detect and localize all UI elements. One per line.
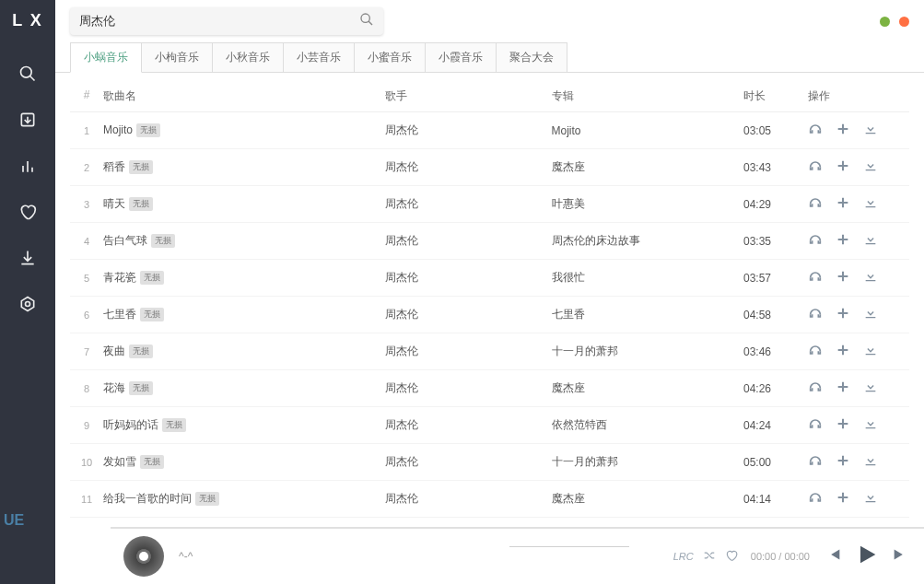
listen-icon[interactable] [808, 306, 823, 323]
window-controls [880, 17, 909, 27]
add-icon[interactable] [836, 490, 850, 508]
table-row[interactable]: 9 听妈妈的话无损 周杰伦 依然范特西 04:24 [70, 407, 909, 444]
table-row[interactable]: 7 夜曲无损 周杰伦 十一月的萧邦 03:46 [70, 333, 909, 370]
settings-nav-icon[interactable] [18, 294, 38, 314]
listen-icon[interactable] [808, 195, 823, 213]
song-album: 叶惠美 [552, 196, 744, 212]
listen-icon[interactable] [808, 232, 823, 250]
listen-icon[interactable] [808, 416, 823, 434]
download-icon[interactable] [863, 453, 878, 471]
table-row[interactable]: 2 稻香无损 周杰伦 魔杰座 03:43 [70, 149, 909, 186]
song-name: 给我一首歌的时间无损 [103, 491, 385, 507]
tab-6[interactable]: 聚合大会 [496, 42, 567, 72]
volume-slider[interactable] [509, 546, 629, 547]
listen-icon[interactable] [808, 490, 823, 508]
quality-badge: 无损 [195, 492, 219, 506]
playback-controls [823, 542, 911, 571]
song-album: 十一月的萧邦 [552, 454, 744, 470]
svg-point-7 [26, 302, 30, 307]
player-mode-icons: LRC [673, 549, 738, 564]
search-input[interactable] [79, 15, 359, 29]
playback-time: 00:00 / 00:00 [751, 551, 810, 562]
add-icon[interactable] [836, 306, 850, 323]
song-name: Mojito无损 [103, 123, 385, 137]
album-disc-icon[interactable] [123, 536, 164, 577]
download-icon[interactable] [863, 232, 878, 250]
playlist-nav-icon[interactable] [18, 110, 38, 130]
table-row[interactable]: 1 Mojito无损 周杰伦 Mojito 03:05 [70, 112, 909, 149]
table-row[interactable]: 3 晴天无损 周杰伦 叶惠美 04:29 [70, 186, 909, 223]
add-icon[interactable] [836, 195, 850, 213]
quality-badge: 无损 [140, 455, 164, 469]
table-row[interactable]: 8 花海无损 周杰伦 魔杰座 04:26 [70, 370, 909, 407]
listen-icon[interactable] [808, 158, 823, 176]
download-icon[interactable] [863, 490, 878, 508]
row-actions [808, 453, 909, 471]
download-icon[interactable] [863, 380, 878, 397]
listen-icon[interactable] [808, 122, 823, 139]
tab-5[interactable]: 小霞音乐 [425, 42, 497, 72]
tab-3[interactable]: 小芸音乐 [283, 42, 355, 72]
col-duration: 时长 [743, 88, 808, 104]
add-icon[interactable] [836, 380, 850, 397]
row-actions [808, 343, 909, 360]
svg-marker-6 [21, 298, 33, 311]
row-index: 5 [70, 273, 103, 284]
download-icon[interactable] [863, 122, 878, 139]
tab-2[interactable]: 小秋音乐 [212, 42, 284, 72]
lyrics-button[interactable]: LRC [673, 551, 694, 562]
table-row[interactable]: 10 发如雪无损 周杰伦 十一月的萧邦 05:00 [70, 444, 909, 481]
download-icon[interactable] [863, 158, 878, 176]
tab-4[interactable]: 小蜜音乐 [354, 42, 426, 72]
chart-nav-icon[interactable] [18, 156, 38, 176]
search-box[interactable] [70, 7, 383, 35]
heart-nav-icon[interactable] [18, 202, 38, 222]
table-row[interactable]: 11 给我一首歌的时间无损 周杰伦 魔杰座 04:14 [70, 481, 909, 518]
add-icon[interactable] [836, 158, 850, 176]
prev-button[interactable] [823, 544, 843, 568]
song-artist: 周杰伦 [385, 270, 552, 286]
add-icon[interactable] [836, 453, 850, 471]
listen-icon[interactable] [808, 269, 823, 286]
download-icon[interactable] [863, 195, 878, 213]
song-duration: 04:24 [743, 419, 808, 432]
close-button[interactable] [899, 17, 909, 27]
quality-badge: 无损 [162, 418, 186, 432]
song-artist: 周杰伦 [385, 196, 552, 212]
add-icon[interactable] [836, 343, 850, 360]
listen-icon[interactable] [808, 453, 823, 471]
download-icon[interactable] [863, 269, 878, 286]
download-nav-icon[interactable] [18, 248, 38, 268]
add-icon[interactable] [836, 416, 850, 434]
like-icon[interactable] [725, 549, 738, 564]
minimize-button[interactable] [880, 17, 890, 27]
song-duration: 04:58 [743, 309, 808, 321]
search-nav-icon[interactable] [18, 64, 38, 84]
play-button[interactable] [854, 542, 880, 571]
next-button[interactable] [891, 544, 911, 568]
add-icon[interactable] [836, 232, 850, 250]
table-row[interactable]: 6 七里香无损 周杰伦 七里香 04:58 [70, 297, 909, 333]
row-actions [808, 122, 909, 139]
download-icon[interactable] [863, 306, 878, 323]
listen-icon[interactable] [808, 380, 823, 397]
table-row[interactable]: 12 稻香无损 周杰伦、林俊杰 03:18 [70, 518, 909, 520]
add-icon[interactable] [836, 269, 850, 286]
results-table: # 歌曲名 歌手 专辑 时长 操作 1 Mojito无损 周杰伦 Mojito … [70, 81, 909, 520]
download-icon[interactable] [863, 416, 878, 434]
tab-0[interactable]: 小蜗音乐 [70, 42, 142, 73]
song-duration: 03:57 [743, 272, 808, 285]
table-row[interactable]: 4 告白气球无损 周杰伦 周杰伦的床边故事 03:35 [70, 223, 909, 260]
add-icon[interactable] [836, 122, 850, 139]
table-row[interactable]: 5 青花瓷无损 周杰伦 我很忙 03:57 [70, 260, 909, 297]
download-icon[interactable] [863, 343, 878, 360]
seek-bar[interactable] [111, 527, 924, 529]
now-playing-title: ^-^ [179, 550, 193, 563]
listen-icon[interactable] [808, 343, 823, 360]
row-actions [808, 416, 909, 434]
shuffle-icon[interactable] [703, 549, 716, 564]
tab-1[interactable]: 小枸音乐 [141, 42, 213, 72]
search-icon[interactable] [359, 12, 374, 30]
song-name: 稻香无损 [103, 159, 385, 175]
svg-line-9 [368, 21, 372, 25]
